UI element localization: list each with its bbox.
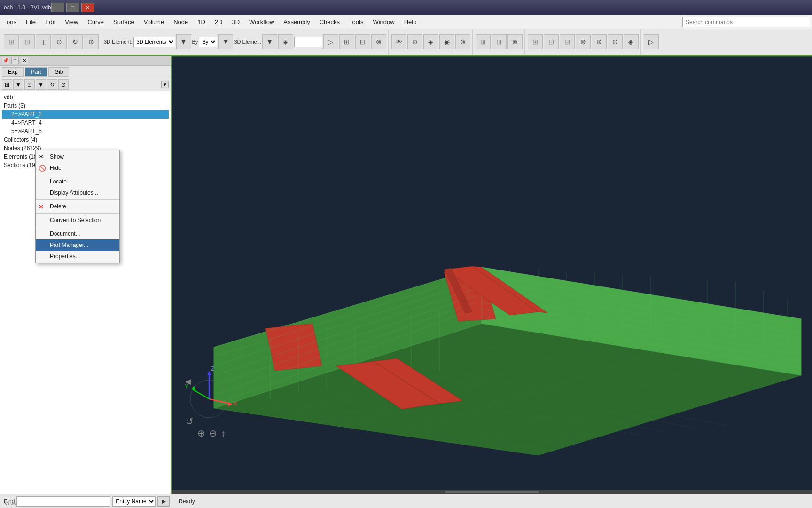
toolbar-area: ⊞ ⊡ ◫ ⊙ ↻ ⊕ Views 3D Element: 3D Element…	[0, 29, 812, 56]
tree-node-part5[interactable]: 5=>PART_5	[2, 127, 169, 135]
tree-node-parts[interactable]: Parts (3)	[2, 102, 169, 110]
tb-btn-5[interactable]: ↻	[68, 34, 83, 49]
element-type-select[interactable]: 3D Elements	[133, 37, 175, 47]
menu-volume[interactable]: Volume	[139, 16, 169, 27]
tree-node-collectors[interactable]: Collectors (4)	[2, 135, 169, 144]
search-commands-input[interactable]	[682, 17, 810, 27]
mv-btn-6[interactable]: ⊖	[608, 34, 623, 49]
entity-name-dropdown[interactable]: Entity Name	[112, 496, 156, 507]
ctx-document[interactable]: Document...	[36, 228, 119, 239]
tree-node-vdb[interactable]: vdb	[2, 93, 169, 102]
tb-btn-4[interactable]: ⊙	[52, 34, 67, 49]
panel-pin-btn[interactable]: 📌	[2, 57, 9, 64]
mv-btn-3[interactable]: ⊟	[560, 34, 575, 49]
menu-checks[interactable]: Checks	[315, 16, 344, 27]
sel-btn-3[interactable]: ⊟	[355, 34, 370, 49]
menu-node[interactable]: Node	[169, 16, 193, 27]
sel-btn-2[interactable]: ⊞	[339, 34, 354, 49]
element-type2-dropdown-btn[interactable]: ▼	[262, 34, 277, 49]
vis-btn-3[interactable]: ◈	[423, 34, 438, 49]
util-btn-3[interactable]: ⊗	[508, 34, 523, 49]
ctx-show[interactable]: 👁 Show	[36, 151, 119, 162]
panel-resize-handle[interactable]	[169, 56, 171, 494]
element-type-dropdown-btn[interactable]: ▼	[176, 34, 191, 49]
panel-tb-btn-6[interactable]: ⊙	[58, 79, 69, 90]
ctx-part-manager[interactable]: Part Manager...	[36, 239, 119, 251]
mv-btn-7[interactable]: ◈	[624, 34, 639, 49]
menu-edit[interactable]: Edit	[40, 16, 60, 27]
panel-tb-btn-4[interactable]: ▼	[36, 79, 46, 90]
tb-btn-6[interactable]: ⊕	[84, 34, 99, 49]
by-dropdown-btn[interactable]: ▼	[218, 34, 233, 49]
tb-btn-1[interactable]: ⊞	[4, 34, 19, 49]
find-area: Find Entity Name ▶	[4, 496, 173, 507]
ctx-hide[interactable]: 🚫 Hide	[36, 162, 119, 174]
svg-text:⊖: ⊖	[209, 428, 217, 438]
ex-btn-1[interactable]: ▷	[644, 34, 659, 49]
tab-gib[interactable]: Gib	[48, 67, 70, 77]
menu-surface[interactable]: Surface	[109, 16, 139, 27]
tb-btn-2[interactable]: ⊡	[20, 34, 35, 49]
ctx-properties[interactable]: Properties...	[36, 251, 119, 262]
mv-btn-1[interactable]: ⊞	[528, 34, 543, 49]
find-input[interactable]	[16, 496, 110, 507]
tree-node-part4[interactable]: 4=>PART_4	[2, 119, 169, 127]
ctx-display-attrs[interactable]: Display Attributes...	[36, 187, 119, 198]
tab-exp[interactable]: Exp	[2, 67, 24, 77]
tb-btn-3[interactable]: ◫	[36, 34, 51, 49]
find-go-button[interactable]: ▶	[157, 496, 170, 507]
sel-btn-4[interactable]: ⊗	[371, 34, 386, 49]
menu-file[interactable]: File	[21, 16, 40, 27]
mv-btn-4[interactable]: ⊛	[576, 34, 591, 49]
horizontal-scrollbar[interactable]	[172, 490, 812, 494]
menu-3d[interactable]: 3D	[227, 16, 244, 27]
select-btn[interactable]: ◈	[278, 34, 293, 49]
panel-toolbar: ⊞ ▼ ⊡ ▼ ↻ ⊙ ▼	[0, 78, 171, 91]
vis-btn-1[interactable]: 👁	[391, 34, 406, 49]
menu-curve[interactable]: Curve	[83, 16, 109, 27]
statusbar: Find Entity Name ▶ Ready	[0, 494, 812, 508]
tree-node-part2[interactable]: 2=>PART_2	[2, 110, 169, 119]
menu-2d[interactable]: 2D	[210, 16, 227, 27]
mv-btn-5[interactable]: ⊕	[592, 34, 607, 49]
sel-btn-1[interactable]: ▷	[323, 34, 338, 49]
panel-collapse-btn[interactable]: ▼	[161, 81, 169, 88]
menu-window[interactable]: Window	[368, 16, 399, 27]
panel-tb-btn-3[interactable]: ⊡	[24, 79, 35, 90]
viewport[interactable]: Z Y X ◄ ↺ ⊕ ⊖ ↕	[172, 56, 812, 494]
vis-btn-5[interactable]: ⊚	[455, 34, 470, 49]
panel-tb-btn-1[interactable]: ⊞	[2, 79, 12, 90]
menu-view[interactable]: View	[60, 16, 83, 27]
mesh-visibility-group: ⊞ ⊡ ⊟ ⊛ ⊕ ⊖ ◈	[526, 29, 641, 55]
vis-btn-2[interactable]: ⊙	[407, 34, 422, 49]
menu-ons[interactable]: ons	[2, 16, 21, 27]
tab-part[interactable]: Part	[25, 67, 47, 77]
mv-btn-2[interactable]: ⊡	[544, 34, 559, 49]
svg-text:↺: ↺	[186, 416, 194, 427]
menu-1d[interactable]: 1D	[193, 16, 210, 27]
panel-close-btn[interactable]: ✕	[21, 57, 28, 64]
ctx-locate[interactable]: Locate	[36, 176, 119, 187]
element-type2-label: 3D Eleme...	[234, 39, 261, 45]
panel-tb-btn-2[interactable]: ▼	[13, 79, 23, 90]
util-btn-1[interactable]: ⊞	[476, 34, 491, 49]
util-btn-2[interactable]: ⊡	[492, 34, 507, 49]
vis-btn-4[interactable]: ◉	[439, 34, 454, 49]
selection-input[interactable]	[294, 37, 322, 47]
svg-text:↕: ↕	[221, 428, 226, 438]
ctx-delete[interactable]: ✕ Delete	[36, 201, 119, 212]
ctx-convert[interactable]: Convert to Selection	[36, 214, 119, 226]
maximize-button[interactable]: □	[66, 3, 79, 12]
ctx-sep-3	[36, 213, 119, 214]
extra-group: ▷	[642, 29, 661, 55]
panel-tb-btn-5[interactable]: ↻	[47, 79, 57, 90]
menu-help[interactable]: Help	[399, 16, 422, 27]
close-button[interactable]: ✕	[81, 3, 94, 12]
menu-assembly[interactable]: Assembly	[279, 16, 314, 27]
menu-tools[interactable]: Tools	[344, 16, 368, 27]
svg-rect-82	[172, 56, 812, 57]
by-select[interactable]: By	[199, 37, 217, 47]
menu-workflow[interactable]: Workflow	[244, 16, 279, 27]
panel-restore-btn[interactable]: □	[11, 57, 19, 64]
minimize-button[interactable]: ─	[51, 3, 64, 12]
